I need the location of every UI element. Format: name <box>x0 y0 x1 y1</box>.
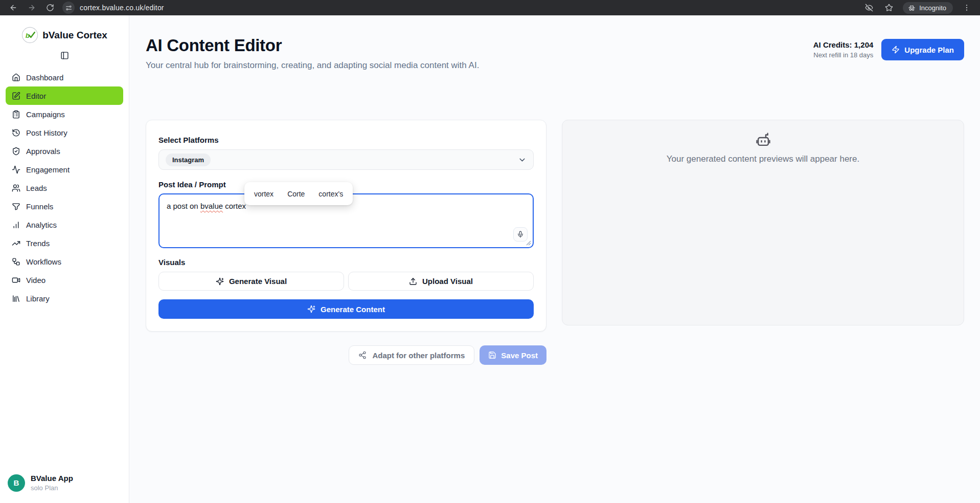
sidebar-item-funnels[interactable]: Funnels <box>6 197 123 215</box>
sidebar-item-analytics[interactable]: Analytics <box>6 215 123 234</box>
sidebar-item-approvals[interactable]: Approvals <box>6 142 123 160</box>
page-title: AI Content Editor <box>146 36 479 55</box>
workflow-icon <box>12 257 20 266</box>
prompt-text: a post on <box>167 202 200 210</box>
incognito-label: Incognito <box>919 4 946 12</box>
browser-chrome: cortex.bvalue.co.uk/editor Incognito <box>0 0 980 15</box>
upload-icon <box>409 277 417 286</box>
incognito-icon <box>908 4 916 12</box>
square-pen-icon <box>12 92 20 100</box>
upgrade-plan-button[interactable]: Upgrade Plan <box>881 39 964 60</box>
user-plan: solo Plan <box>31 484 73 492</box>
generate-visual-button[interactable]: Generate Visual <box>158 272 344 291</box>
generate-content-label: Generate Content <box>321 305 385 314</box>
robot-icon <box>754 132 772 149</box>
ai-credits: AI Credits: 1,204 <box>813 40 874 49</box>
selected-platform-pill: Instagram <box>166 154 211 166</box>
avatar: B <box>8 474 25 492</box>
brand: b bValue Cortex <box>0 15 129 43</box>
generate-visual-label: Generate Visual <box>229 277 287 286</box>
prompt-misspelled-word: bvalue <box>200 202 223 210</box>
library-icon <box>12 294 20 303</box>
browser-reload-button[interactable] <box>44 2 56 14</box>
upload-visual-button[interactable]: Upload Visual <box>348 272 534 291</box>
sidebar-nav: Dashboard Editor Campaigns Post History … <box>0 68 129 308</box>
sidebar-item-label: Trends <box>26 239 50 248</box>
platforms-label: Select Platforms <box>158 136 219 144</box>
page-subtitle: Your central hub for brainstorming, crea… <box>146 60 479 71</box>
account-switcher[interactable]: B BValue App solo Plan <box>0 474 129 503</box>
arrow-left-icon <box>9 4 17 12</box>
sidebar-item-video[interactable]: Video <box>6 271 123 289</box>
sidebar-item-label: Analytics <box>26 221 57 229</box>
sidebar: b bValue Cortex Dashboard Editor Campaig… <box>0 15 129 503</box>
eye-off-icon <box>865 4 873 12</box>
preview-empty-message: Your generated content previews will app… <box>667 154 859 164</box>
share-icon <box>358 351 367 359</box>
credits-block: AI Credits: 1,204 Next refill in 18 days <box>813 40 874 59</box>
brand-name: bValue Cortex <box>42 30 107 41</box>
suggestion-item[interactable]: cortex's <box>318 190 343 198</box>
adapt-platforms-button[interactable]: Adapt for other platforms <box>349 345 474 365</box>
sidebar-item-library[interactable]: Library <box>6 289 123 308</box>
site-info-button[interactable] <box>62 2 75 14</box>
sidebar-item-label: Leads <box>26 184 47 192</box>
shield-check-icon <box>12 147 20 156</box>
sidebar-item-trends[interactable]: Trends <box>6 234 123 252</box>
platform-select[interactable]: Instagram <box>158 149 534 170</box>
sidebar-item-editor[interactable]: Editor <box>6 86 123 105</box>
privacy-eye-off-button[interactable] <box>863 2 875 14</box>
sidebar-item-workflows[interactable]: Workflows <box>6 252 123 271</box>
sidebar-item-label: Video <box>26 276 45 285</box>
preview-panel: Your generated content previews will app… <box>562 120 964 325</box>
editor-card: Select Platforms Instagram Post Idea / P… <box>146 120 546 332</box>
bookmark-star-button[interactable] <box>883 2 895 14</box>
save-post-label: Save Post <box>501 351 538 360</box>
browser-menu-button[interactable] <box>961 2 973 14</box>
sidebar-item-label: Editor <box>26 92 46 100</box>
spellcheck-suggestions-popup: vortex Corte cortex's <box>244 182 353 205</box>
sparkles-icon <box>307 305 315 313</box>
save-post-button[interactable]: Save Post <box>480 345 546 365</box>
sidebar-item-label: Dashboard <box>26 73 63 82</box>
sidebar-item-dashboard[interactable]: Dashboard <box>6 68 123 86</box>
sidebar-collapse-button[interactable] <box>60 51 69 60</box>
incognito-badge[interactable]: Incognito <box>903 2 953 14</box>
chevron-down-icon <box>518 156 527 164</box>
activity-icon <box>12 165 20 174</box>
video-camera-icon <box>12 276 20 285</box>
sidebar-item-campaigns[interactable]: Campaigns <box>6 105 123 123</box>
main-content: AI Content Editor Your central hub for b… <box>129 15 980 503</box>
home-icon <box>12 73 20 82</box>
adapt-platforms-label: Adapt for other platforms <box>372 351 465 360</box>
kebab-menu-icon <box>963 4 971 12</box>
sidebar-item-label: Approvals <box>26 147 60 156</box>
zap-icon <box>892 46 900 54</box>
sidebar-item-post-history[interactable]: Post History <box>6 123 123 142</box>
generate-content-button[interactable]: Generate Content <box>158 299 534 319</box>
panel-left-icon <box>60 51 69 60</box>
prompt-text: cortex <box>223 202 246 210</box>
refill-note: Next refill in 18 days <box>813 51 874 59</box>
reload-icon <box>46 4 54 12</box>
tune-icon <box>65 5 72 11</box>
sidebar-item-label: Workflows <box>26 257 61 266</box>
browser-back-button[interactable] <box>7 2 19 14</box>
sparkles-icon <box>216 277 224 286</box>
voice-input-button[interactable] <box>513 227 528 242</box>
suggestion-item[interactable]: vortex <box>254 190 274 198</box>
upgrade-plan-label: Upgrade Plan <box>904 46 954 54</box>
visuals-label: Visuals <box>158 258 534 267</box>
bvalue-logo-icon: b <box>21 27 38 43</box>
bar-chart-icon <box>12 221 20 229</box>
sidebar-item-label: Campaigns <box>26 110 65 119</box>
url-field[interactable]: cortex.bvalue.co.uk/editor <box>80 4 164 12</box>
resize-handle[interactable] <box>526 240 531 246</box>
sidebar-item-engagement[interactable]: Engagement <box>6 160 123 179</box>
sidebar-item-leads[interactable]: Leads <box>6 179 123 197</box>
suggestion-item[interactable]: Corte <box>287 190 305 198</box>
arrow-right-icon <box>28 4 36 12</box>
browser-forward-button[interactable] <box>26 2 38 14</box>
sidebar-item-label: Post History <box>26 128 67 137</box>
sidebar-item-label: Funnels <box>26 202 53 211</box>
